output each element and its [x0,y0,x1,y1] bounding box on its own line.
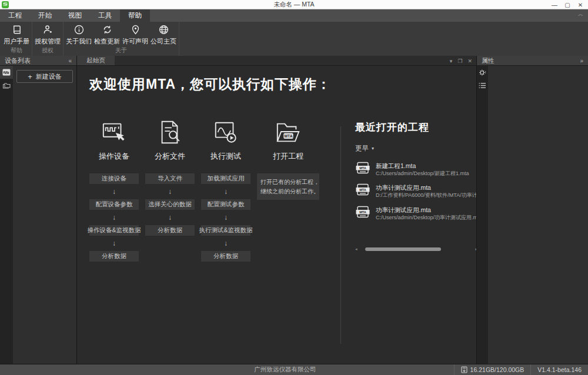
collapse-ribbon-icon[interactable]: ︿ [578,11,583,18]
down-arrow-icon: ↓ [145,210,195,225]
user-manual-button[interactable]: 用户手册 [2,22,31,46]
column-run-test: 执行测试 加载测试应用 ↓ 配置测试参数 ↓ 执行测试&监视数据 ↓ 分析数据 [201,118,250,262]
menu-tab-help[interactable]: 帮助 [120,9,150,22]
horizontal-scrollbar[interactable]: ◂ ▸ [355,247,476,252]
recent-projects-title: 最近打开的工程 [355,120,476,134]
pin-icon [130,24,141,35]
welcome-title: 欢迎使用MTA，您可以执行如下操作： [89,75,476,93]
info-icon [74,24,85,35]
action-columns: 操作设备 连接设备 ↓ 配置设备参数 ↓ 操作设备&监视数据 ↓ 分析数据 [89,118,476,344]
down-arrow-icon: ↓ [201,210,250,225]
open-project-icon: MTA [275,118,302,146]
start-page: 欢迎使用MTA，您可以执行如下操作： 操作设备 [77,66,476,364]
step-connect-device[interactable]: 连接设备 [89,173,139,184]
scrollbar-thumb[interactable] [365,247,442,251]
check-update-button[interactable]: 检查更新 [93,22,121,46]
maximize-button[interactable]: ▢ [561,0,574,9]
step-load-test-app[interactable]: 加载测试应用 [201,173,250,184]
column-open-project: MTA 打开工程 打开已有的分析工程， 继续之前的分析工作。 [257,118,319,200]
device-list-title: 设备列表 [5,56,31,65]
menu-bar: 工程 开始 视图 工具 帮助 ︿ [0,9,588,22]
step-analyze-data[interactable]: 分析数据 [89,251,139,262]
expand-panel-icon[interactable]: » [580,58,583,64]
svg-text:MTA: MTA [359,210,366,213]
close-button[interactable]: ✕ [574,0,587,9]
tab-bar-controls: ▾ ❐ ✕ [450,56,472,66]
new-device-button[interactable]: + 新建设备 [16,70,73,83]
ribbon: 用户手册 帮助 授权管理 授权 [0,22,588,56]
close-tab-icon[interactable]: ✕ [467,58,472,64]
recent-project-item[interactable]: MTA 功率计测试应用.mta C:/Users/admin/Desktop/功… [355,206,476,221]
waveform-screen-icon [2,69,11,76]
storage-text: 16.21GB/120.00GB [470,366,524,373]
down-arrow-icon: ↓ [89,236,139,251]
down-arrow-icon: ↓ [89,210,139,225]
run-test-icon [212,118,239,146]
recent-projects-section: 最近打开的工程 更早 ▾ MTA [355,118,476,252]
menu-tab-project[interactable]: 工程 [0,9,30,22]
step-analyze-data[interactable]: 分析数据 [145,225,195,236]
collapse-panel-icon[interactable]: « [68,58,72,64]
about-us-button[interactable]: 关于我们 [65,22,93,46]
svg-text:MTA: MTA [359,188,366,192]
book-icon [11,24,22,35]
license-statement-button[interactable]: 许可声明 [121,22,149,46]
down-arrow-icon: ↓ [201,184,250,199]
company-homepage-button[interactable]: 公司主页 [149,22,178,46]
project-path: C:/Users/admin/Desktop/功率计测试应用.mta [376,214,476,221]
column-title: 分析文件 [155,151,185,162]
license-manage-button[interactable]: 授权管理 [34,22,62,46]
app-logo-icon [2,1,9,8]
person-gear-icon [42,24,54,35]
scrollbar-track[interactable] [360,247,473,251]
project-name: 功率计测试应用.mta [376,183,476,192]
open-project-note[interactable]: 打开已有的分析工程， 继续之前的分析工作。 [257,173,319,200]
list-view-tab[interactable] [477,79,488,92]
float-window-icon[interactable]: ❐ [457,58,462,64]
properties-panel: 属性 » [476,56,588,364]
disk-icon [461,366,467,373]
step-configure-test-params[interactable]: 配置测试参数 [201,199,250,210]
recent-project-item[interactable]: MTA 功率计测试应用.mta D:/工作资料/PA6000/资料/软件/MTA… [355,183,476,199]
step-select-data[interactable]: 选择关心的数据 [145,199,195,210]
project-files-tab[interactable] [0,79,13,92]
device-list-panel: 设备列表 « [0,56,77,364]
title-bar: 未命名 — MTA — ▢ ✕ [0,0,588,9]
main-row: 设备列表 « [0,56,588,364]
step-import-file[interactable]: 导入文件 [145,173,195,184]
app-window: 未命名 — MTA — ▢ ✕ 工程 开始 视图 工具 帮助 ︿ 用户手册 [0,0,588,375]
properties-header: 属性 » [477,56,588,66]
tab-list-dropdown-icon[interactable]: ▾ [450,58,453,64]
menu-tab-view[interactable]: 视图 [60,9,90,22]
mta-file-icon: MTA [355,206,370,218]
settings-view-tab[interactable] [477,66,488,79]
step-operate-monitor[interactable]: 操作设备&监视数据 [89,225,139,236]
step-configure-device-params[interactable]: 配置设备参数 [89,199,139,210]
analyze-file-icon [156,118,183,146]
vertical-divider [340,126,341,344]
gear-icon [479,69,486,76]
device-view-tab[interactable] [0,66,13,79]
mta-file-icon: MTA [355,183,370,196]
recent-project-item[interactable]: MTA 新建工程1.mta C:/Users/admin/Desktop/新建工… [355,162,476,177]
tab-start-page[interactable]: 起始页 [77,56,115,65]
minimize-button[interactable]: — [548,0,561,9]
down-arrow-icon: ↓ [89,184,139,199]
menu-tab-tools[interactable]: 工具 [90,9,120,22]
scroll-left-icon[interactable]: ◂ [355,247,358,252]
project-path: C:/Users/admin/Desktop/新建工程1.mta [376,170,476,177]
document-tab-bar: 起始页 ▾ ❐ ✕ [77,56,476,66]
storage-indicator: 16.21GB/120.00GB [454,364,531,375]
step-run-test-monitor[interactable]: 执行测试&监视数据 [201,225,250,236]
step-analyze-data[interactable]: 分析数据 [201,251,250,262]
recent-filter-dropdown[interactable]: 更早 ▾ [355,144,476,153]
menu-tab-start[interactable]: 开始 [30,9,60,22]
project-name: 功率计测试应用.mta [376,206,476,214]
project-name: 新建工程1.mta [376,162,476,170]
column-operate-device: 操作设备 连接设备 ↓ 配置设备参数 ↓ 操作设备&监视数据 ↓ 分析数据 [89,118,139,262]
device-operate-icon [101,118,128,146]
column-title: 操作设备 [99,151,129,162]
list-icon [479,82,486,89]
company-name: 广州致远仪器有限公司 [255,366,316,374]
properties-title: 属性 [482,56,495,65]
